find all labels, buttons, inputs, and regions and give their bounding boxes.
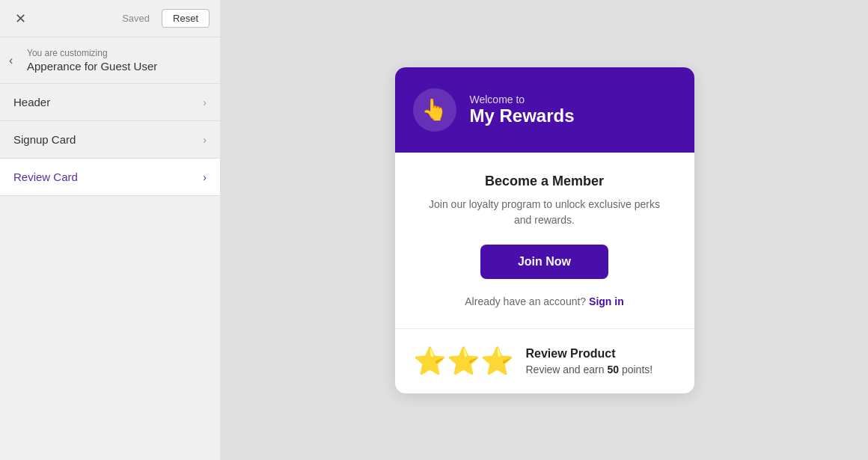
back-button[interactable]: ‹ (9, 54, 13, 67)
chevron-right-icon: › (203, 134, 207, 146)
sidebar-item-signup-card[interactable]: Signup Card › (0, 121, 220, 159)
sidebar: ✕ Saved Reset ‹ You are customizing Appe… (0, 0, 221, 460)
review-points: 50 (607, 364, 619, 375)
reset-button[interactable]: Reset (162, 9, 210, 28)
chevron-right-icon: › (203, 96, 207, 108)
sidebar-item-signup-card-label: Signup Card (13, 133, 76, 146)
sidebar-top-bar: ✕ Saved Reset (0, 0, 220, 37)
already-account-label: Already have an account? (465, 295, 586, 307)
customizing-info: ‹ You are customizing Apperance for Gues… (0, 37, 220, 84)
join-now-button[interactable]: Join Now (480, 245, 608, 279)
top-bar-actions: Saved Reset (116, 9, 210, 28)
sidebar-item-review-card[interactable]: Review Card › (0, 159, 220, 196)
review-product-title: Review Product (526, 347, 653, 361)
main-area: 👆 Welcome to My Rewards Become a Member … (221, 0, 868, 460)
review-desc-prefix: Review and earn (526, 364, 608, 375)
sidebar-item-header-label: Header (13, 96, 50, 108)
sidebar-item-review-card-label: Review Card (13, 171, 78, 183)
close-button[interactable]: ✕ (10, 10, 31, 27)
rewards-logo: 👆 (413, 88, 456, 132)
welcome-to-text: Welcome to (470, 93, 575, 105)
review-section: ⭐⭐⭐ Review Product Review and earn 50 po… (395, 329, 694, 393)
rewards-logo-icon: 👆 (421, 97, 447, 122)
review-content: Review Product Review and earn 50 points… (526, 347, 653, 375)
become-member-title: Become a Member (419, 174, 670, 189)
rewards-title: My Rewards (470, 105, 575, 126)
sign-in-link[interactable]: Sign in (589, 295, 624, 307)
rewards-title-block: Welcome to My Rewards (470, 93, 575, 126)
already-account-text: Already have an account? Sign in (419, 295, 670, 307)
membership-section: Become a Member Join our loyalty program… (395, 153, 694, 329)
review-desc-suffix: points! (619, 364, 652, 375)
review-description: Review and earn 50 points! (526, 364, 653, 375)
saved-label: Saved (116, 10, 156, 27)
rewards-card: 👆 Welcome to My Rewards Become a Member … (395, 67, 694, 393)
chevron-right-icon: › (203, 171, 207, 183)
membership-description: Join our loyalty program to unlock exclu… (419, 197, 670, 228)
review-stars-icon: ⭐⭐⭐ (413, 346, 514, 377)
nav-items: Header › Signup Card › Review Card › (0, 84, 220, 196)
sidebar-item-header[interactable]: Header › (0, 84, 220, 121)
customizing-name: Apperance for Guest User (27, 60, 208, 73)
rewards-header: 👆 Welcome to My Rewards (395, 67, 694, 153)
customizing-label: You are customizing (27, 48, 208, 58)
